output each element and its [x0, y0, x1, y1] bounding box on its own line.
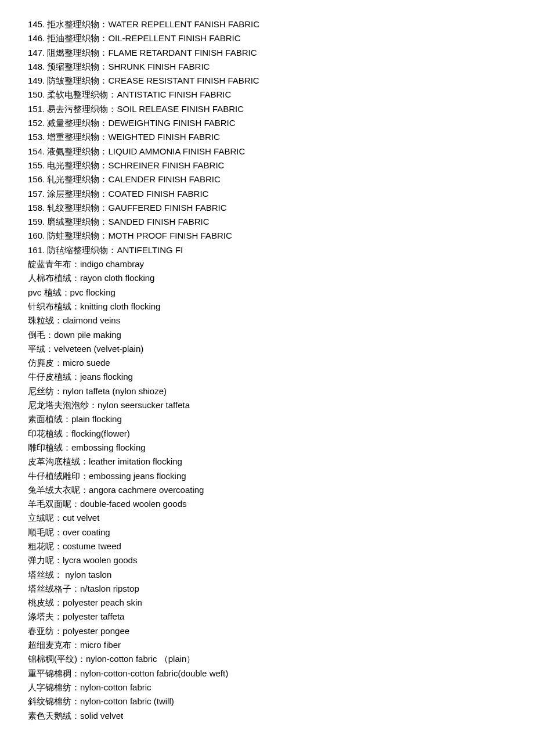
term-cn: 雕印植绒： [28, 442, 71, 452]
term-cn: 弹力呢： [28, 555, 63, 565]
entry-cn: 轧光整理织物： [47, 174, 108, 184]
entry-en: WEIGHTED FINISH FABRIC [108, 132, 220, 142]
entry-en: COATED FINISH FABRIC [108, 189, 208, 199]
numbered-entry: 146. 拒油整理织物：OIL-REPELLENT FINISH FABRIC [28, 31, 506, 45]
term-en: over coating [63, 527, 110, 537]
entry-en: WATER REPELLENT FANISH FABRIC [108, 19, 259, 29]
entry-number: 148. [28, 62, 45, 71]
term-cn: 重平锦棉稠： [28, 668, 80, 678]
numbered-entry: 160. 防蛀整理织物：MOTH PROOF FINISH FABRIC [28, 229, 506, 243]
term-cn: 锦棉稠(平纹)： [28, 654, 86, 664]
term-en: embossing jeans flocking [89, 471, 186, 481]
term-entry: 兔羊绒大衣呢：angora cachmere overcoating [28, 483, 506, 497]
term-entry: 印花植绒：flocking(flower) [28, 427, 506, 441]
entry-en: DEWEIGHTING FINISH FABRIC [108, 118, 235, 128]
term-en: plain flocking [71, 414, 122, 424]
term-cn: 人棉布植绒： [28, 273, 80, 283]
entry-number: 159. [28, 217, 45, 226]
numbered-entry: 159. 磨绒整理织物：SANDED FINISH FABRIC [28, 215, 506, 229]
term-cn: 尼龙塔夫泡泡纱： [28, 400, 98, 410]
entry-number: 156. [28, 174, 45, 184]
term-cn: 皮革沟底植绒： [28, 456, 89, 466]
term-cn: 羊毛双面呢： [28, 499, 80, 509]
entry-number: 161. [28, 245, 45, 255]
term-entry: 牛仔皮植绒：jeans flocking [28, 370, 506, 384]
term-en: nylon seersucker taffeta [98, 400, 190, 410]
term-entry: 皮革沟底植绒：leather imitation flocking [28, 455, 506, 469]
term-cn: pvc 植绒： [28, 287, 70, 297]
numbered-entry: 149. 防皱整理织物：CREASE RESISTANT FINISH FABR… [28, 74, 506, 88]
term-cn: 针织布植绒： [28, 301, 80, 311]
numbered-entry: 150. 柔软电整理织物：ANTISTATIC FINISH FABRIC [28, 88, 506, 102]
term-cn: 春亚纺： [28, 626, 63, 636]
term-entry: 珠粒绒：claimond veins [28, 314, 506, 327]
term-en: polyester taffeta [63, 611, 124, 621]
term-en: micro fiber [80, 640, 121, 650]
term-en: jeans flocking [80, 372, 133, 381]
entry-cn: 防蛀整理织物： [47, 231, 108, 240]
entry-en: OIL-REPELLENT FINISH FABRIC [108, 33, 240, 43]
entry-number: 149. [28, 75, 45, 85]
term-entry: pvc 植绒：pvc flocking [28, 286, 506, 300]
term-en: polyester pongee [63, 626, 129, 636]
term-entry: 平绒：velveteen (velvet-plain) [28, 342, 506, 356]
numbered-entry: 155. 电光整理织物：SCHREINER FINISH FABRIC [28, 159, 506, 172]
entry-cn: 柔软电整理织物： [47, 89, 117, 99]
term-en: costume tweed [63, 541, 121, 551]
term-en: nylon-cotton-cotton fabric(double weft) [80, 668, 228, 678]
term-en: leather imitation flocking [89, 456, 182, 466]
entry-en: FLAME RETARDANT FINISH FABRIC [108, 48, 257, 57]
term-cn: 塔丝绒： [28, 570, 65, 579]
term-cn: 倒毛： [28, 330, 54, 340]
entry-number: 151. [28, 104, 45, 114]
entry-number: 153. [28, 132, 45, 142]
numbered-entry: 145. 拒水整理织物：WATER REPELLENT FANISH FABRI… [28, 17, 506, 31]
entry-cn: 增重整理织物： [47, 132, 108, 142]
entry-en: ANTISTATIC FINISH FABRIC [117, 89, 231, 99]
term-entry: 塔丝绒： nylon taslon [28, 568, 506, 582]
term-entry: 斜纹锦棉纺：nylon-cotton fabric (twill) [28, 694, 506, 708]
entry-number: 155. [28, 160, 45, 170]
entry-number: 145. [28, 19, 45, 29]
term-en: double-faced woolen goods [80, 499, 186, 509]
term-entry: 靛蓝青年布：indigo chambray [28, 257, 506, 271]
entry-number: 150. [28, 89, 45, 99]
term-entry: 雕印植绒：embossing flocking [28, 441, 506, 455]
entry-en: CALENDER FINISH FABRIC [108, 174, 220, 184]
numbered-entry: 161. 防毡缩整理织物：ANTIFELTING FI [28, 243, 506, 257]
entry-cn: 涂层整理织物： [47, 189, 108, 199]
term-en: knitting cloth flocking [80, 301, 160, 311]
entry-cn: 减量整理织物： [47, 118, 108, 128]
term-en: rayon cloth flocking [80, 273, 154, 283]
entry-en: SOIL RELEASE FINISH FABRIC [117, 104, 244, 114]
term-entry: 锦棉稠(平纹)：nylon-cotton fabric （plain） [28, 652, 506, 666]
entry-en: GAUFFERED FINISH FABRIC [108, 203, 226, 213]
term-en: indigo chambray [80, 259, 144, 269]
entry-en: LIQUID AMMONIA FINISH FABRIC [108, 146, 245, 156]
term-entry: 桃皮绒：polyester peach skin [28, 596, 506, 610]
entry-number: 152. [28, 118, 45, 128]
term-cn: 超细麦克布： [28, 640, 80, 650]
entry-en: SHRUNK FINISH FABRIC [108, 62, 210, 71]
numbered-entry: 147. 阻燃整理织物：FLAME RETARDANT FINISH FABRI… [28, 46, 506, 60]
term-cn: 涤塔夫： [28, 611, 63, 621]
entry-cn: 阻燃整理织物： [47, 48, 108, 57]
term-cn: 珠粒绒： [28, 315, 63, 325]
numbered-entry: 153. 增重整理织物：WEIGHTED FINISH FABRIC [28, 130, 506, 144]
term-en: micro suede [63, 358, 110, 368]
entry-number: 158. [28, 203, 45, 213]
numbered-entry: 154. 液氨整理织物：LIQUID AMMONIA FINISH FABRIC [28, 145, 506, 159]
numbered-entry: 158. 轧纹整理织物：GAUFFERED FINISH FABRIC [28, 201, 506, 215]
term-entry: 粗花呢：costume tweed [28, 539, 506, 553]
term-cn: 桃皮绒： [28, 597, 63, 607]
term-cn: 靛蓝青年布： [28, 259, 80, 269]
entry-cn: 拒油整理织物： [47, 33, 108, 43]
term-cn: 印花植绒： [28, 429, 71, 438]
term-cn: 牛仔皮植绒： [28, 372, 80, 381]
term-cn: 素色天鹅绒： [28, 711, 80, 721]
term-entry: 人字锦棉纺：nylon-cotton fabric [28, 681, 506, 694]
term-en: n/taslon ripstop [80, 584, 139, 593]
entry-number: 147. [28, 48, 45, 57]
term-entry: 立绒呢：cut velvet [28, 511, 506, 525]
term-cn: 平绒： [28, 344, 54, 354]
